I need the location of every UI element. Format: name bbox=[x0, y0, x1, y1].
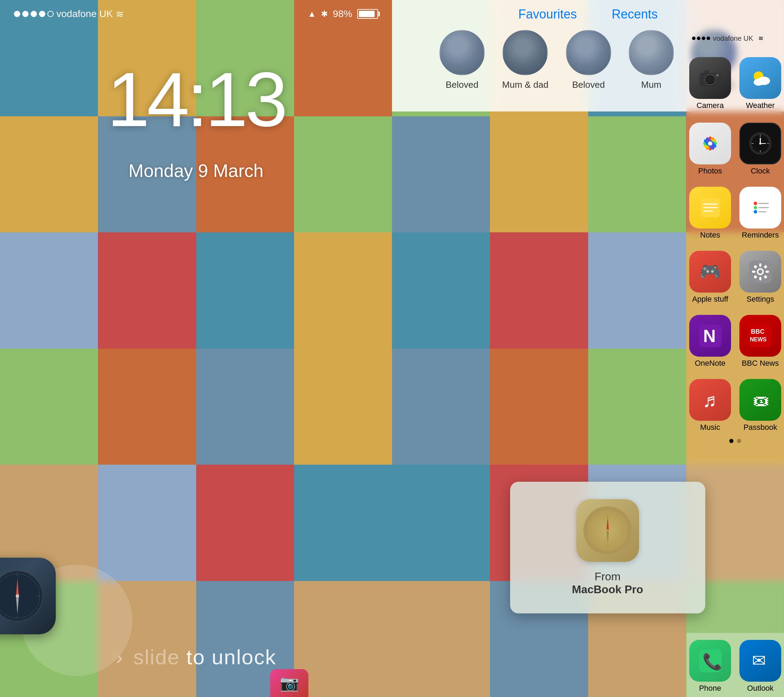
bbcnews-icon-svg: BBC NEWS bbox=[749, 325, 772, 347]
contact-name-2: Mum & dad bbox=[502, 79, 548, 90]
svg-rect-56 bbox=[759, 277, 761, 280]
signal-dot-3 bbox=[31, 11, 37, 17]
carrier-label: vodafone UK bbox=[56, 8, 113, 20]
sb-dot-2 bbox=[697, 36, 700, 40]
wifi-icon: ≋ bbox=[116, 8, 124, 20]
svg-rect-57 bbox=[752, 271, 756, 273]
svg-point-47 bbox=[754, 206, 757, 209]
app-label-onenote: OneNote bbox=[695, 359, 725, 368]
reminders-icon-svg bbox=[749, 196, 772, 219]
lock-status-bar: vodafone UK ≋ ▲ ✱ 98% bbox=[0, 0, 392, 28]
contact-avatar-4 bbox=[629, 30, 674, 75]
signal-dot-1 bbox=[14, 11, 20, 17]
tab-recents[interactable]: Recents bbox=[612, 7, 658, 21]
svg-text:N: N bbox=[607, 517, 610, 522]
svg-text:BBC: BBC bbox=[751, 328, 764, 335]
tab-favourites[interactable]: Favourites bbox=[518, 7, 576, 21]
status-right: ▲ ✱ 98% bbox=[308, 8, 378, 20]
onenote-icon-svg: N bbox=[699, 325, 721, 347]
app-item-bbcnews[interactable]: BBC NEWS BBC News bbox=[736, 309, 784, 371]
safari-compass-svg bbox=[0, 568, 45, 624]
svg-text:NEWS: NEWS bbox=[750, 337, 767, 342]
svg-text:✉: ✉ bbox=[752, 651, 766, 670]
app-item-photos[interactable]: Photos bbox=[687, 117, 734, 178]
settings-icon-svg bbox=[749, 261, 772, 283]
handoff-compass-svg: N bbox=[587, 510, 629, 551]
svg-text:🎟: 🎟 bbox=[753, 391, 769, 409]
lock-time: 14:13 bbox=[0, 56, 392, 144]
sidebar-status-bar: vodafone UK ≋ bbox=[687, 28, 784, 49]
camera-icon-svg bbox=[698, 67, 722, 89]
svg-rect-55 bbox=[759, 263, 761, 267]
contact-mum[interactable]: Mum bbox=[629, 30, 674, 90]
app-icon-music: ♬ bbox=[689, 379, 731, 421]
music-icon-svg: ♬ bbox=[699, 389, 721, 411]
sb-dot-4 bbox=[707, 36, 710, 40]
app-item-reminders[interactable]: Reminders bbox=[736, 181, 784, 242]
svg-point-54 bbox=[758, 270, 763, 274]
app-icon-applestuff: 🎮 bbox=[689, 251, 731, 293]
svg-text:📞: 📞 bbox=[702, 652, 721, 671]
app-item-settings[interactable]: Settings bbox=[736, 245, 784, 307]
handoff-popup[interactable]: N From MacBook Pro bbox=[510, 482, 705, 613]
app-label-passbook: Passbook bbox=[744, 423, 777, 432]
app-label-photos: Photos bbox=[698, 166, 722, 176]
signal-dot-5 bbox=[48, 11, 54, 17]
camera-icon: 📷 bbox=[280, 674, 299, 692]
page-dot-2 bbox=[737, 439, 741, 443]
app-item-notes[interactable]: Notes bbox=[687, 181, 734, 242]
camera-icon-lock[interactable]: 📷 bbox=[270, 669, 308, 697]
safari-icon-lock[interactable] bbox=[0, 558, 77, 655]
app-label-outlook: Outlook bbox=[747, 684, 774, 693]
app-icon-photos bbox=[689, 123, 731, 164]
bluetooth-icon: ✱ bbox=[321, 9, 328, 19]
battery-icon bbox=[357, 9, 378, 19]
svg-point-8 bbox=[16, 594, 19, 598]
app-item-applestuff[interactable]: 🎮 Apple stuff bbox=[687, 245, 734, 307]
app-icon-settings bbox=[740, 251, 781, 293]
app-icon-outlook: ✉ bbox=[740, 640, 781, 682]
outlook-icon-svg: ✉ bbox=[749, 649, 772, 672]
signal-dot-4 bbox=[39, 11, 45, 17]
svg-rect-21 bbox=[704, 71, 709, 73]
lock-date: Monday 9 March bbox=[0, 160, 392, 181]
contact-name-4: Mum bbox=[641, 79, 661, 90]
contact-avatar-1 bbox=[440, 30, 485, 75]
app-icon-notes bbox=[689, 187, 731, 228]
contact-mumdad[interactable]: Mum & dad bbox=[502, 30, 548, 90]
contact-name-1: Beloved bbox=[446, 79, 478, 90]
sidebar-wifi-icon: ≋ bbox=[758, 35, 763, 42]
svg-point-25 bbox=[754, 79, 763, 86]
contact-avatar-3 bbox=[566, 30, 611, 75]
svg-rect-58 bbox=[766, 271, 769, 273]
app-label-reminders: Reminders bbox=[742, 230, 779, 240]
app-label-phone: Phone bbox=[699, 684, 721, 693]
photos-icon-svg bbox=[698, 132, 722, 156]
app-icon-passbook: 🎟 bbox=[740, 379, 781, 421]
svg-point-16 bbox=[606, 529, 609, 532]
app-item-weather[interactable]: Weather bbox=[736, 51, 784, 113]
app-item-onenote[interactable]: N OneNote bbox=[687, 309, 734, 371]
app-item-phone[interactable]: 📞 Phone bbox=[687, 634, 734, 695]
home-screen: Favourites Recents Beloved Mum & dad B bbox=[392, 0, 784, 697]
app-item-music[interactable]: ♬ Music bbox=[687, 373, 734, 435]
camera-badge: 📷 bbox=[270, 669, 308, 697]
contact-name-3: Beloved bbox=[572, 79, 605, 90]
app-item-camera[interactable]: Camera bbox=[687, 51, 734, 113]
sb-dot-1 bbox=[692, 36, 695, 40]
safari-icon-inner bbox=[0, 558, 56, 634]
page-dot-1 bbox=[729, 439, 733, 443]
svg-point-22 bbox=[716, 74, 719, 77]
app-item-passbook[interactable]: 🎟 Passbook bbox=[736, 373, 784, 435]
app-icon-weather bbox=[740, 57, 781, 99]
app-icon-reminders bbox=[740, 187, 781, 228]
app-item-clock[interactable]: Clock bbox=[736, 117, 784, 178]
svg-point-0 bbox=[0, 571, 43, 621]
phone-icon-svg: 📞 bbox=[699, 649, 721, 672]
contact-beloved-1[interactable]: Beloved bbox=[440, 30, 485, 90]
app-item-outlook[interactable]: ✉ Outlook bbox=[736, 634, 784, 695]
svg-point-20 bbox=[707, 77, 713, 83]
app-label-notes: Notes bbox=[700, 230, 720, 240]
contact-beloved-2[interactable]: Beloved bbox=[566, 30, 611, 90]
status-left: vodafone UK ≋ bbox=[14, 8, 124, 20]
